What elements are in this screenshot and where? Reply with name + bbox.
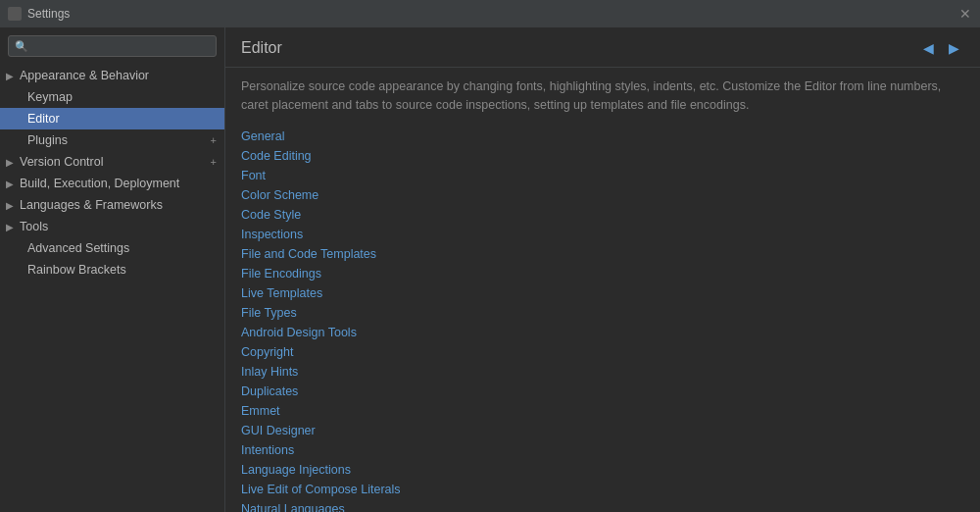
main-description: Personalize source code appearance by ch… xyxy=(225,68,980,125)
expand-arrow-icon: ▶ xyxy=(6,222,14,232)
editor-link-item[interactable]: Emmet xyxy=(241,401,964,421)
editor-link-item[interactable]: Inlay Hints xyxy=(241,362,964,382)
editor-link-item[interactable]: Color Scheme xyxy=(241,185,964,205)
sidebar-item-rainbow-brackets[interactable]: Rainbow Brackets xyxy=(0,259,224,281)
app-icon xyxy=(8,7,22,21)
editor-link-item[interactable]: Font xyxy=(241,166,964,185)
editor-link-item[interactable]: Code Editing xyxy=(241,146,964,166)
editor-link-item[interactable]: File and Code Templates xyxy=(241,244,964,264)
editor-links-list: GeneralCode EditingFontColor SchemeCode … xyxy=(225,125,980,513)
expand-arrow-icon: ▶ xyxy=(6,157,14,168)
editor-link-item[interactable]: Language Injections xyxy=(241,460,964,480)
sidebar-item-label: Plugins xyxy=(27,133,207,147)
page-title: Editor xyxy=(241,39,282,57)
sidebar-item-label: Appearance & Behavior xyxy=(20,69,217,82)
close-button[interactable]: ✕ xyxy=(958,7,972,21)
sidebar-item-editor[interactable]: Editor xyxy=(0,108,224,129)
sidebar-item-plugins[interactable]: Plugins + xyxy=(0,129,224,151)
sidebar-item-build-execution[interactable]: ▶ Build, Execution, Deployment xyxy=(0,173,224,194)
sidebar-item-label: Version Control xyxy=(20,155,103,169)
plugins-badge: + xyxy=(211,134,217,146)
window-title: Settings xyxy=(27,7,70,21)
forward-button[interactable]: ▶ xyxy=(943,37,964,59)
settings-window: Settings ✕ 🔍 ▶ Appearance & Behavior xyxy=(0,0,980,512)
search-icon: 🔍 xyxy=(15,40,28,53)
sidebar-item-label: Tools xyxy=(20,220,217,233)
editor-link-item[interactable]: Copyright xyxy=(241,342,964,362)
sidebar-item-tools[interactable]: ▶ Tools xyxy=(0,216,224,237)
content-area: 🔍 ▶ Appearance & Behavior Keymap Editor xyxy=(0,27,980,512)
sidebar-item-label: Advanced Settings xyxy=(27,241,217,255)
title-bar-left: Settings xyxy=(8,7,70,21)
sidebar-item-label: Editor xyxy=(27,112,217,126)
editor-link-item[interactable]: Live Edit of Compose Literals xyxy=(241,480,964,499)
expand-arrow-icon: ▶ xyxy=(6,200,14,211)
sidebar-item-label: Keymap xyxy=(27,90,217,104)
editor-link-item[interactable]: GUI Designer xyxy=(241,421,964,440)
sidebar-item-appearance-behavior[interactable]: ▶ Appearance & Behavior xyxy=(0,65,224,86)
sidebar-item-label: Languages & Frameworks xyxy=(20,198,217,212)
editor-link-item[interactable]: Inspections xyxy=(241,225,964,244)
sidebar-item-label: Rainbow Brackets xyxy=(27,263,217,277)
editor-link-item[interactable]: Natural Languages xyxy=(241,499,964,513)
title-bar: Settings ✕ xyxy=(0,0,980,27)
editor-link-item[interactable]: Android Design Tools xyxy=(241,323,964,342)
sidebar-item-advanced-settings[interactable]: Advanced Settings xyxy=(0,237,224,259)
editor-link-item[interactable]: File Types xyxy=(241,303,964,323)
back-button[interactable]: ◀ xyxy=(917,37,939,59)
sidebar-item-label: Build, Execution, Deployment xyxy=(20,177,217,190)
editor-link-item[interactable]: Live Templates xyxy=(241,283,964,303)
main-content: Editor ◀ ▶ Personalize source code appea… xyxy=(225,27,980,512)
navigation-buttons: ◀ ▶ xyxy=(917,37,964,59)
sidebar-nav: ▶ Appearance & Behavior Keymap Editor Pl… xyxy=(0,65,224,512)
vc-badge: + xyxy=(211,156,217,168)
editor-link-item[interactable]: Intentions xyxy=(241,440,964,460)
sidebar-item-version-control[interactable]: ▶ Version Control + xyxy=(0,151,224,173)
sidebar-item-keymap[interactable]: Keymap xyxy=(0,86,224,108)
editor-link-item[interactable]: Duplicates xyxy=(241,382,964,401)
main-header: Editor ◀ ▶ xyxy=(225,27,980,68)
sidebar: 🔍 ▶ Appearance & Behavior Keymap Editor xyxy=(0,27,225,512)
search-input-wrapper[interactable]: 🔍 xyxy=(8,35,217,57)
editor-link-item[interactable]: Code Style xyxy=(241,205,964,225)
search-box: 🔍 xyxy=(0,27,224,65)
sidebar-item-languages-frameworks[interactable]: ▶ Languages & Frameworks xyxy=(0,194,224,216)
expand-arrow-icon: ▶ xyxy=(6,71,14,81)
search-input[interactable] xyxy=(32,39,210,53)
editor-link-item[interactable]: File Encodings xyxy=(241,264,964,283)
editor-link-item[interactable]: General xyxy=(241,127,964,146)
expand-arrow-icon: ▶ xyxy=(6,179,14,189)
